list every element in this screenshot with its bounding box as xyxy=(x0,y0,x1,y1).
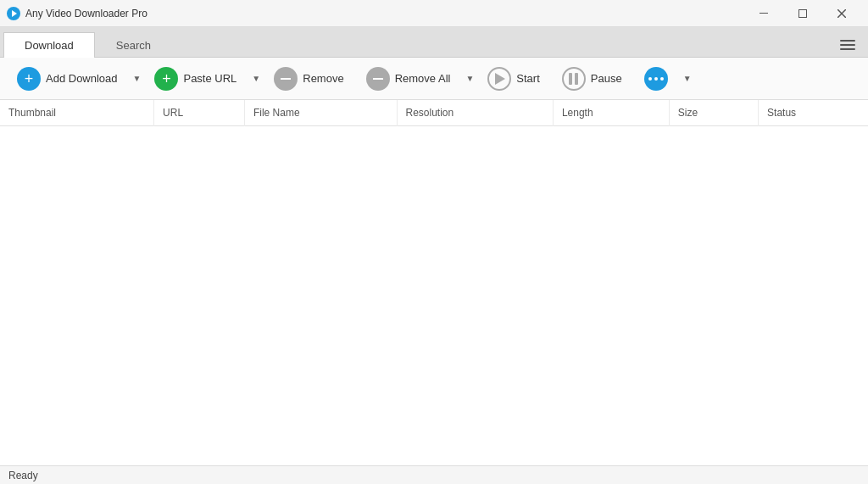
hamburger-line-2 xyxy=(840,44,855,46)
add-download-button[interactable]: + Add Download xyxy=(8,64,126,93)
hamburger-line-3 xyxy=(840,48,855,50)
start-icon xyxy=(487,67,511,91)
pause-icon xyxy=(562,67,586,91)
window-controls xyxy=(744,0,861,27)
download-list: Thumbnail URL File Name Resolution Lengt… xyxy=(0,100,868,465)
col-thumbnail: Thumbnail xyxy=(0,100,154,126)
minimize-button[interactable] xyxy=(744,0,783,27)
col-url: URL xyxy=(154,100,245,126)
pause-button[interactable]: Pause xyxy=(554,64,631,93)
hamburger-line-1 xyxy=(840,40,855,42)
status-text: Ready xyxy=(8,470,38,481)
remove-all-button[interactable]: Remove All xyxy=(358,64,459,93)
app-title: Any Video Downloader Pro xyxy=(25,8,744,19)
paste-url-icon: + xyxy=(154,67,178,91)
remove-button[interactable]: Remove xyxy=(265,64,352,93)
add-download-dropdown[interactable]: ▼ xyxy=(133,74,142,83)
more-options-dropdown[interactable]: ▼ xyxy=(683,74,692,83)
svg-rect-3 xyxy=(799,9,807,17)
col-filename: File Name xyxy=(244,100,397,126)
col-status: Status xyxy=(759,100,868,126)
col-resolution: Resolution xyxy=(397,100,553,126)
remove-icon xyxy=(274,67,298,91)
close-button[interactable] xyxy=(822,0,861,27)
toolbar: + Add Download ▼ + Paste URL ▼ Remove Re… xyxy=(0,58,868,100)
tab-download[interactable]: Download xyxy=(3,32,95,58)
table-header-row: Thumbnail URL File Name Resolution Lengt… xyxy=(0,100,868,126)
col-size: Size xyxy=(669,100,758,126)
svg-rect-2 xyxy=(760,13,768,14)
more-options-icon xyxy=(644,67,668,91)
paste-url-button[interactable]: + Paste URL xyxy=(146,64,245,93)
status-bar: Ready xyxy=(0,465,868,484)
tab-bar: Download Search xyxy=(0,27,868,58)
paste-url-dropdown[interactable]: ▼ xyxy=(252,74,260,83)
add-download-icon: + xyxy=(17,67,41,91)
remove-all-dropdown[interactable]: ▼ xyxy=(465,74,474,83)
title-bar: Any Video Downloader Pro xyxy=(0,0,868,27)
start-button[interactable]: Start xyxy=(479,64,548,93)
more-options-button[interactable] xyxy=(636,64,676,93)
hamburger-menu-button[interactable] xyxy=(834,33,861,57)
col-length: Length xyxy=(553,100,669,126)
tab-search[interactable]: Search xyxy=(95,32,172,58)
download-table: Thumbnail URL File Name Resolution Lengt… xyxy=(0,100,868,126)
restore-button[interactable] xyxy=(783,0,822,27)
app-icon xyxy=(7,7,20,20)
remove-all-icon xyxy=(366,67,390,91)
